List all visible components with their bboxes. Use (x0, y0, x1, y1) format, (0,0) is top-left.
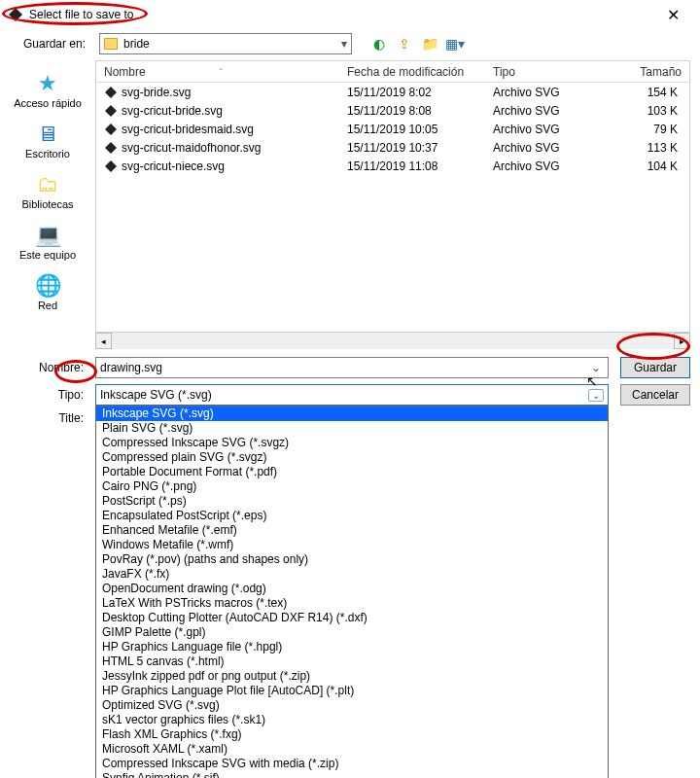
view-menu-icon[interactable]: ▦▾ (445, 34, 465, 53)
filetype-option[interactable]: Windows Metafile (*.wmf) (96, 538, 608, 552)
file-type: Archivo SVG (485, 104, 592, 118)
filetype-option[interactable]: Cairo PNG (*.png) (96, 479, 608, 494)
sidebar-quick-access[interactable]: ★ Acceso rápido (6, 66, 89, 113)
sidebar-desktop[interactable]: 🖥 Escritorio (6, 117, 89, 163)
desktop-icon: 🖥 (32, 121, 63, 148)
file-row[interactable]: svg-cricut-maidofhonor.svg15/11/2019 10:… (96, 138, 689, 157)
filetype-option[interactable]: Enhanced Metafile (*.emf) (96, 523, 608, 538)
app-icon (8, 7, 23, 22)
close-button[interactable]: ✕ (653, 6, 692, 24)
chevron-down-icon[interactable]: ⌄ (588, 361, 604, 374)
file-list-panel: Nombreˆ Fecha de modificación Tipo Tamañ… (95, 60, 690, 333)
filetype-option[interactable]: PovRay (*.pov) (paths and shapes only) (96, 552, 608, 567)
main-area: ★ Acceso rápido 🖥 Escritorio 🗂 Bibliotec… (0, 60, 700, 333)
file-type: Archivo SVG (485, 123, 592, 136)
filetype-option[interactable]: Plain SVG (*.svg) (96, 421, 608, 436)
file-icon (104, 123, 118, 136)
file-rows: svg-bride.svg15/11/2019 8:02Archivo SVG1… (96, 83, 689, 332)
col-date[interactable]: Fecha de modificación (339, 65, 485, 79)
save-button[interactable]: Guardar (620, 357, 690, 378)
network-icon: 🌐 (32, 272, 63, 300)
filetype-option[interactable]: JessyInk zipped pdf or png output (*.zip… (96, 669, 608, 684)
lookin-combo[interactable]: bride ▾ (99, 33, 352, 54)
sidebar-item-label: Red (38, 300, 57, 311)
sidebar-item-label: Bibliotecas (21, 198, 73, 210)
scroll-left-icon[interactable]: ◂ (95, 333, 112, 349)
sidebar-item-label: Escritorio (25, 148, 70, 159)
file-name: svg-cricut-bridesmaid.svg (122, 123, 339, 136)
filetype-option[interactable]: Encapsulated PostScript (*.eps) (96, 509, 608, 523)
sidebar-this-pc[interactable]: 💻 Este equipo (6, 218, 89, 265)
filetype-option[interactable]: LaTeX With PSTricks macros (*.tex) (96, 596, 608, 611)
horiz-scrollbar[interactable]: ◂ ▸ (95, 333, 690, 349)
computer-icon: 💻 (32, 222, 63, 249)
filetype-option[interactable]: Compressed plain SVG (*.svgz) (96, 450, 608, 465)
libraries-icon: 🗂 (32, 171, 63, 198)
column-headers[interactable]: Nombreˆ Fecha de modificación Tipo Tamañ… (96, 61, 689, 83)
sidebar-network[interactable]: 🌐 Red (6, 268, 89, 315)
file-date: 15/11/2019 8:02 (339, 86, 485, 99)
cancel-button[interactable]: Cancelar (620, 384, 690, 406)
file-date: 15/11/2019 8:08 (339, 104, 485, 118)
filetype-option[interactable]: Optimized SVG (*.svg) (96, 698, 608, 713)
filetype-option[interactable]: HP Graphics Language file (*.hpgl) (96, 640, 608, 654)
folder-icon (104, 38, 118, 50)
scroll-track[interactable] (112, 333, 674, 349)
file-row[interactable]: svg-cricut-bride.svg15/11/2019 8:08Archi… (96, 101, 689, 120)
col-size[interactable]: Tamaño (592, 65, 689, 79)
filetype-dropdown[interactable]: Inkscape SVG (*.svg)Plain SVG (*.svg)Com… (95, 406, 609, 778)
file-date: 15/11/2019 10:37 (339, 141, 485, 155)
filetype-option[interactable]: Compressed Inkscape SVG with media (*.zi… (96, 757, 608, 771)
file-type: Archivo SVG (485, 159, 592, 173)
lookin-folder-name: bride (123, 37, 332, 51)
filetype-option[interactable]: Desktop Cutting Plotter (AutoCAD DXF R14… (96, 611, 608, 625)
title-label: Title: (0, 411, 84, 425)
sidebar-item-label: Acceso rápido (14, 97, 82, 109)
new-folder-icon[interactable]: 📁 (420, 34, 439, 53)
filename-input[interactable] (100, 361, 588, 374)
file-size: 154 K (592, 86, 689, 99)
filename-label: Nombre: (0, 361, 84, 374)
file-type: Archivo SVG (485, 86, 592, 99)
filetype-option[interactable]: PostScript (*.ps) (96, 494, 608, 509)
file-name: svg-bride.svg (122, 86, 339, 99)
filetype-option[interactable]: Compressed Inkscape SVG (*.svgz) (96, 436, 608, 450)
sidebar-item-label: Este equipo (19, 249, 76, 261)
file-date: 15/11/2019 10:05 (339, 123, 485, 136)
file-icon (104, 104, 118, 118)
col-type[interactable]: Tipo (485, 65, 592, 79)
up-icon[interactable]: ⇪ (395, 34, 414, 53)
filetype-option[interactable]: OpenDocument drawing (*.odg) (96, 582, 608, 596)
file-name: svg-cricut-niece.svg (122, 159, 339, 173)
col-name[interactable]: Nombreˆ (96, 65, 339, 79)
filetype-option[interactable]: Flash XML Graphics (*.fxg) (96, 727, 608, 742)
file-row[interactable]: svg-cricut-niece.svg15/11/2019 11:08Arch… (96, 157, 689, 175)
file-size: 113 K (592, 141, 689, 155)
chevron-down-icon[interactable]: ▾ (332, 37, 347, 51)
filetype-option[interactable]: Microsoft XAML (*.xaml) (96, 742, 608, 757)
scroll-right-icon[interactable]: ▸ (674, 333, 690, 349)
window-title: Select file to save to (29, 8, 653, 21)
filetype-option[interactable]: HTML 5 canvas (*.html) (96, 654, 608, 669)
filetype-option[interactable]: GIMP Palette (*.gpl) (96, 625, 608, 640)
filetype-option[interactable]: sK1 vector graphics files (*.sk1) (96, 713, 608, 727)
star-icon: ★ (32, 70, 63, 97)
file-size: 104 K (592, 159, 689, 173)
file-row[interactable]: svg-bride.svg15/11/2019 8:02Archivo SVG1… (96, 83, 689, 101)
filetype-combo[interactable]: Inkscape SVG (*.svg) ⌄ Inkscape SVG (*.s… (95, 384, 609, 406)
back-icon[interactable]: ◐ (369, 34, 389, 53)
filetype-option[interactable]: Portable Document Format (*.pdf) (96, 465, 608, 479)
filetype-option[interactable]: Synfig Animation (*.sif) (96, 771, 608, 778)
file-icon (104, 159, 118, 173)
sidebar-libraries[interactable]: 🗂 Bibliotecas (6, 167, 89, 214)
form-area: Nombre: ⌄ Guardar Tipo: Inkscape SVG (*.… (0, 351, 700, 425)
chevron-down-icon[interactable]: ⌄ (588, 389, 604, 402)
lookin-label: Guardar en: (23, 37, 86, 51)
file-row[interactable]: svg-cricut-bridesmaid.svg15/11/2019 10:0… (96, 120, 689, 138)
filetype-option[interactable]: HP Graphics Language Plot file [AutoCAD]… (96, 684, 608, 698)
filetype-option[interactable]: Inkscape SVG (*.svg) (96, 407, 608, 421)
filename-combo[interactable]: ⌄ (95, 357, 609, 378)
filetype-option[interactable]: JavaFX (*.fx) (96, 567, 608, 582)
file-size: 103 K (592, 104, 689, 118)
file-date: 15/11/2019 11:08 (339, 159, 485, 173)
